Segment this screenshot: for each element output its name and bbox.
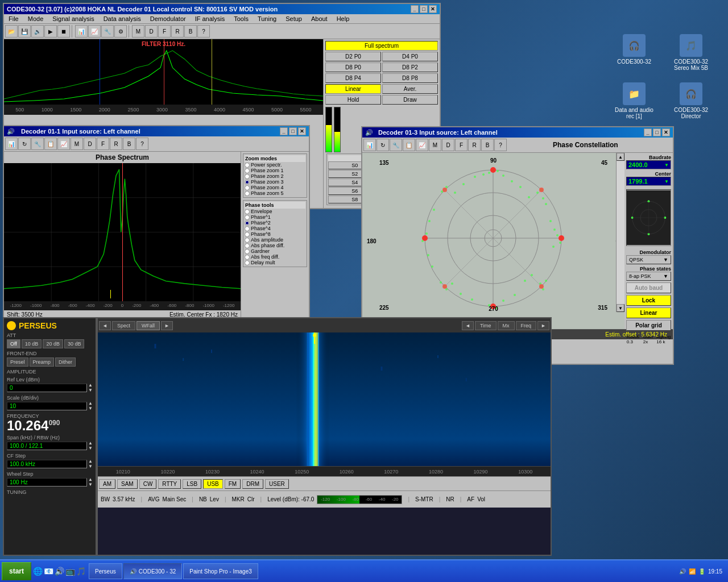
sam-btn[interactable]: SAM: [117, 479, 138, 489]
lock-btn[interactable]: Lock: [626, 295, 671, 306]
aver-btn[interactable]: Aver.: [382, 84, 438, 94]
vscroll-down[interactable]: ▼: [617, 304, 624, 312]
tb-btn-9[interactable]: ⚙: [114, 25, 127, 38]
tb-btn-5[interactable]: ⏹: [57, 25, 70, 38]
d03-tb-10[interactable]: B: [481, 139, 494, 151]
nav-freq[interactable]: Freq: [516, 321, 537, 330]
dither-btn[interactable]: Dither: [55, 357, 76, 367]
tb-btn-12[interactable]: F: [158, 25, 171, 38]
am-btn[interactable]: AM: [99, 479, 115, 489]
tool-phase1[interactable]: Phase^1: [245, 214, 305, 220]
tool-abs-phase[interactable]: Abs phase diff.: [245, 243, 305, 248]
rtty-btn[interactable]: RTTY: [158, 479, 181, 489]
ps-tb-4[interactable]: 📋: [44, 138, 57, 150]
systray-icon-3[interactable]: 🔋: [698, 568, 705, 575]
draw-btn[interactable]: Draw: [382, 95, 438, 105]
d8p4-btn[interactable]: D8 P4: [325, 73, 381, 83]
d03-tb-5[interactable]: 📈: [416, 139, 428, 151]
tool-envelope[interactable]: Envelope: [245, 209, 305, 214]
d8p0-btn[interactable]: D8 P0: [325, 63, 381, 72]
nav-wfall[interactable]: WFall: [136, 321, 160, 330]
tool-phase8[interactable]: Phase^8: [245, 231, 305, 237]
ps-close[interactable]: ✕: [298, 127, 306, 135]
d03-tb-6[interactable]: M: [429, 139, 441, 151]
nav-left-2[interactable]: ◄: [462, 321, 474, 330]
systray-icon-2[interactable]: 📶: [689, 568, 696, 575]
user-btn[interactable]: USER: [265, 479, 289, 489]
polar-grid-btn[interactable]: Polar grid: [626, 320, 671, 331]
ps-tb-5[interactable]: 📈: [57, 138, 70, 150]
d03-tb-4[interactable]: 📋: [403, 139, 415, 151]
tb-btn-2[interactable]: 💾: [18, 25, 31, 38]
ps-tb-11[interactable]: ?: [136, 138, 148, 150]
tb-btn-8[interactable]: 🔧: [101, 25, 114, 38]
zoom-2[interactable]: Phase zoom 2: [245, 173, 305, 179]
taskbar-icon-2[interactable]: 📧: [44, 567, 53, 576]
hold-btn[interactable]: Hold: [325, 95, 381, 105]
ps-tb-7[interactable]: D: [84, 138, 96, 150]
span-arrows[interactable]: ▲▼: [88, 440, 93, 451]
d03-tb-3[interactable]: 🔧: [390, 139, 402, 151]
zoom-power[interactable]: Power spectr.: [245, 162, 305, 168]
ps-tb-8[interactable]: F: [97, 138, 109, 150]
menu-help[interactable]: Help: [332, 14, 354, 23]
linear-btn[interactable]: Linear: [626, 307, 671, 318]
menu-signal[interactable]: Signal analysis: [48, 14, 98, 23]
d03-tb-9[interactable]: R: [468, 139, 481, 151]
ps-tb-6[interactable]: M: [71, 138, 83, 150]
baudrate-arrow[interactable]: ▼: [664, 163, 669, 168]
taskbar-icon-4[interactable]: 📺: [65, 567, 75, 576]
fm-btn[interactable]: FM: [225, 479, 241, 489]
drm-btn[interactable]: DRM: [242, 479, 263, 489]
ps-minimize[interactable]: _: [280, 127, 288, 135]
taskbar-icon-1[interactable]: 🌐: [33, 567, 43, 576]
wheel-step-arrows[interactable]: ▲▼: [88, 477, 93, 487]
menu-about[interactable]: About: [307, 14, 332, 23]
att-10db-btn[interactable]: 10 dB: [22, 339, 42, 348]
menu-file[interactable]: File: [4, 14, 23, 23]
minimize-button[interactable]: _: [411, 5, 419, 13]
cf-step-arrows[interactable]: ▲▼: [88, 459, 93, 469]
tool-abs-freq[interactable]: Abs freq diff.: [245, 254, 305, 260]
menu-tuning[interactable]: Tuning: [253, 14, 281, 23]
tb-btn-13[interactable]: R: [171, 25, 184, 38]
tb-btn-10[interactable]: M: [132, 25, 144, 38]
menu-data[interactable]: Data analysis: [99, 14, 146, 23]
tool-abs-amp[interactable]: Abs amplitude: [245, 237, 305, 243]
menu-demod[interactable]: Demodulator: [146, 14, 191, 23]
tool-phase2[interactable]: Phase^2: [245, 220, 305, 226]
nav-spect[interactable]: Spect: [112, 321, 135, 330]
nav-right-2[interactable]: ►: [537, 321, 549, 330]
att-20db-btn[interactable]: 20 dB: [43, 339, 63, 348]
d4p0-btn[interactable]: D4 P0: [382, 52, 438, 61]
tb-btn-11[interactable]: D: [145, 25, 158, 38]
desktop-icon-director[interactable]: 🎧 CODE300-32 Director: [671, 82, 711, 119]
taskbar-item-paintshop[interactable]: Paint Shop Pro - Image3: [183, 563, 258, 579]
center-arrow[interactable]: ▼: [664, 179, 669, 184]
tool-delay[interactable]: Delay mult: [245, 260, 305, 265]
taskbar-icon-3[interactable]: 🔊: [55, 567, 64, 576]
menu-if[interactable]: IF analysis: [191, 14, 230, 23]
nav-right-1[interactable]: ►: [161, 321, 173, 330]
zoom-1[interactable]: Phase zoom 1: [245, 168, 305, 173]
ps-tb-9[interactable]: R: [110, 138, 122, 150]
menu-setup[interactable]: Setup: [281, 14, 307, 23]
menu-mode[interactable]: Mode: [23, 14, 48, 23]
d8p2-btn[interactable]: D8 P2: [382, 63, 438, 72]
ref-lev-arrows[interactable]: ▲▼: [88, 383, 93, 393]
taskbar-item-perseus[interactable]: Perseus: [89, 563, 122, 579]
phase-states-dropdown[interactable]: 8-ap PSK ▼: [626, 272, 671, 281]
tb-btn-4[interactable]: ▶: [44, 25, 57, 38]
zoom-5[interactable]: Phase zoom 5: [245, 190, 305, 196]
nav-mx[interactable]: Mx: [498, 321, 515, 330]
d2p0-btn[interactable]: D2 P0: [325, 52, 381, 61]
lsb-btn[interactable]: LSB: [183, 479, 201, 489]
linear-main-btn[interactable]: Linear: [325, 84, 381, 94]
d03-tb-2[interactable]: ↻: [377, 139, 389, 151]
ps-tb-10[interactable]: B: [123, 138, 135, 150]
ps-tb-1[interactable]: 📊: [5, 138, 18, 150]
att-30db-btn[interactable]: 30 dB: [64, 339, 85, 348]
cw-btn[interactable]: CW: [139, 479, 157, 489]
d03-tb-8[interactable]: F: [455, 139, 468, 151]
demod-dropdown[interactable]: QPSK ▼: [626, 255, 671, 264]
